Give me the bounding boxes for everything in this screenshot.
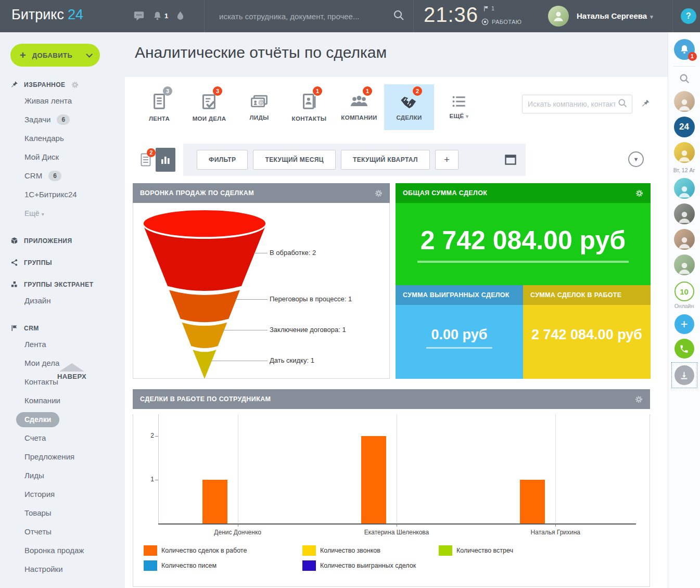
sidebar-item-label: Товары: [24, 508, 52, 517]
rail-bitrix24-badge[interactable]: 24: [674, 117, 695, 137]
sidebar-item-tasks[interactable]: Задачи6: [0, 110, 125, 129]
user-name: Наталья Сергеева: [577, 11, 647, 20]
tab-feed[interactable]: ЛЕНТА3: [134, 84, 184, 130]
chat-icon[interactable]: [133, 10, 145, 21]
sidebar-list: Живая лентаЗадачи6КалендарьМой ДискCRM61…: [0, 92, 125, 223]
won-sum-value[interactable]: 0.00 руб: [426, 327, 493, 349]
sidebar-item-leads[interactable]: Лиды: [0, 466, 125, 485]
list-view-button[interactable]: 2: [141, 153, 151, 167]
add-button[interactable]: + ДОБАВИТЬ: [10, 44, 100, 67]
rail-download-button[interactable]: [674, 365, 694, 385]
sidebar-item-label: Лиды: [24, 471, 44, 480]
in-progress-sum-header: СУММА СДЕЛОК В РАБОТЕ: [523, 285, 651, 305]
help-button[interactable]: ?: [681, 8, 696, 24]
crm-search-input[interactable]: [523, 100, 617, 108]
arrow-up-icon: [59, 363, 84, 372]
sidebar-item-feed[interactable]: Лента: [0, 335, 125, 354]
online-users-button[interactable]: 10: [674, 282, 694, 301]
rail-avatar-5[interactable]: [674, 229, 695, 250]
legend-label: Количество сделок в работе: [161, 547, 247, 554]
rail-avatar-2[interactable]: [674, 142, 695, 163]
more-icon: [452, 95, 466, 108]
rail-add-button[interactable]: +: [674, 314, 694, 334]
legend-swatch: [144, 545, 157, 556]
rail-search-icon[interactable]: [679, 73, 690, 86]
legend-item[interactable]: Количество встреч: [439, 545, 640, 556]
board-view-icon[interactable]: [505, 155, 516, 165]
gear-icon[interactable]: [635, 395, 643, 403]
total-sum-value[interactable]: 2 742 084.00 руб: [417, 225, 629, 263]
chart-view-button[interactable]: [156, 148, 175, 172]
notifications-bell-icon[interactable]: 1: [153, 11, 168, 21]
companies-icon: [350, 94, 368, 109]
sidebar-item-settings[interactable]: Настройки: [0, 560, 125, 579]
sidebar-item-products[interactable]: Товары: [0, 504, 125, 522]
chevron-down-icon: [86, 51, 93, 58]
gear-icon[interactable]: [71, 81, 79, 88]
notifications-count: 1: [164, 12, 168, 20]
rail-notifications-button[interactable]: 1: [674, 39, 695, 60]
sidebar-item-1c-bitrix24[interactable]: 1С+Битрикс24: [0, 185, 125, 204]
work-status-toggle[interactable]: РАБОТАЮ: [481, 18, 521, 25]
sidebar-item-invoices[interactable]: Счета: [0, 429, 125, 448]
bar-0[interactable]: [202, 480, 227, 523]
sidebar-section-header[interactable]: ГРУППЫ ЭКСТРАНЕТ: [0, 280, 125, 288]
drop-icon[interactable]: [176, 11, 184, 21]
sidebar-item-my-drive[interactable]: Мой Диск: [0, 148, 125, 167]
pin-icon[interactable]: [641, 99, 650, 109]
legend-label: Количество выигранных сделок: [320, 562, 416, 569]
sidebar-item-design[interactable]: Дизайн: [0, 291, 125, 310]
sidebar-item-crm[interactable]: CRM6: [0, 167, 125, 185]
sidebar-item-sales-funnel[interactable]: Воронка продаж: [0, 541, 125, 560]
collapse-button[interactable]: ▼: [628, 151, 644, 167]
bitrix24-logo[interactable]: Битрикс24: [11, 7, 83, 23]
tab-my-activities[interactable]: МОИ ДЕЛА3: [184, 84, 234, 130]
bell-icon: [680, 44, 689, 55]
rail-avatar-1[interactable]: [674, 91, 695, 112]
rail-avatar-4[interactable]: [674, 203, 695, 224]
sidebar-item-more[interactable]: Ещё▾: [0, 204, 125, 223]
add-filter-button[interactable]: +: [435, 150, 459, 170]
legend-item[interactable]: Количество звонков: [302, 545, 439, 556]
sidebar-item-calendar[interactable]: Календарь: [0, 129, 125, 148]
flag-counter[interactable]: 1: [483, 5, 494, 12]
legend-item[interactable]: Количество сделок в работе: [144, 545, 302, 556]
sidebar-section-header[interactable]: CRM: [0, 324, 125, 332]
user-menu[interactable]: Наталья Сергеева▾: [577, 11, 653, 20]
filter-button[interactable]: ФИЛЬТР: [197, 150, 248, 170]
current-month-button[interactable]: ТЕКУЩИЙ МЕСЯЦ: [253, 150, 336, 170]
gear-icon[interactable]: [635, 189, 643, 197]
back-to-top-button[interactable]: НАВЕРХ: [41, 363, 103, 381]
sidebar-section-header[interactable]: ПРИЛОЖЕНИЯ: [0, 237, 125, 245]
tab-contacts[interactable]: КОНТАКТЫ1: [284, 84, 334, 130]
tab-companies[interactable]: КОМПАНИИ1: [334, 84, 384, 130]
global-search-input[interactable]: [205, 12, 392, 21]
user-avatar[interactable]: [548, 6, 569, 27]
sidebar-item-companies[interactable]: Компании: [0, 391, 125, 410]
sidebar-item-history[interactable]: История: [0, 485, 125, 504]
sidebar-item-quotes[interactable]: Предложения: [0, 448, 125, 466]
chevron-down-icon: ▾: [42, 211, 44, 217]
rail-avatar-6[interactable]: [674, 254, 695, 275]
tab-more[interactable]: ЕЩЁ ▾: [434, 84, 484, 130]
legend-item[interactable]: Количество писем: [144, 560, 302, 571]
clock[interactable]: 21:36: [424, 3, 478, 27]
rail-call-button[interactable]: [674, 339, 694, 359]
sidebar-section-header[interactable]: ГРУППЫ: [0, 259, 125, 266]
y-tick-mark: [155, 480, 158, 480]
current-quarter-button[interactable]: ТЕКУЩИЙ КВАРТАЛ: [341, 150, 430, 170]
tab-leads[interactable]: @ЛИДЫ: [234, 84, 284, 130]
sidebar-item-reports[interactable]: Отчеты: [0, 522, 125, 541]
search-icon[interactable]: [392, 9, 405, 23]
sidebar-section-header[interactable]: ИЗБРАННОЕ: [0, 81, 125, 88]
tab-deals[interactable]: СДЕЛКИ2: [384, 84, 434, 130]
bar-2[interactable]: [520, 480, 545, 523]
bar-1[interactable]: [361, 436, 386, 523]
gear-icon[interactable]: [375, 189, 383, 197]
legend-item[interactable]: Количество выигранных сделок: [302, 560, 439, 571]
rail-avatar-3[interactable]: [674, 178, 695, 199]
sidebar-item-deals[interactable]: Сделки: [0, 410, 125, 429]
search-icon[interactable]: [617, 98, 628, 110]
sidebar-item-live-feed[interactable]: Живая лента: [0, 92, 125, 110]
x-tick-mark: [238, 524, 238, 527]
